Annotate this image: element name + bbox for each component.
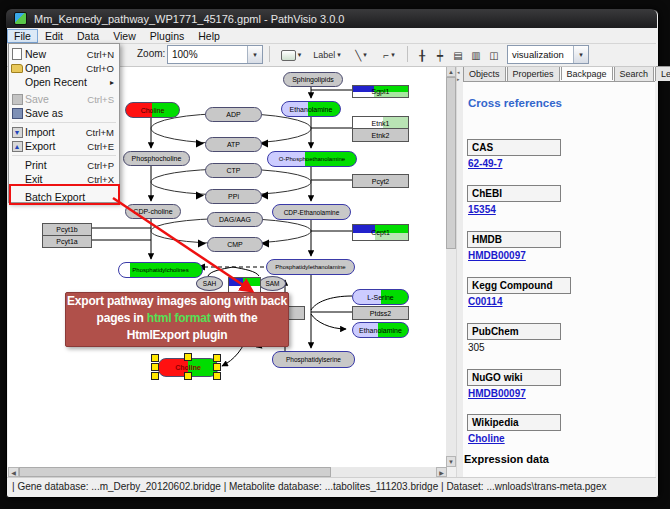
stack-button[interactable]: ◫	[485, 45, 503, 65]
file-menu-print[interactable]: PrintCtrl+P	[9, 158, 119, 172]
callout-line3: HtmlExport plugin	[66, 327, 288, 344]
node-pcyt1a[interactable]: Pcyt1a	[42, 235, 92, 248]
menu-edit[interactable]: Edit	[38, 29, 70, 43]
file-menu-new[interactable]: NewCtrl+N	[9, 47, 119, 61]
node-sgpl1[interactable]: Sgpl1	[352, 85, 409, 98]
zoom-combobox[interactable]: 100% ▾	[167, 45, 263, 64]
selection-handle[interactable]	[213, 363, 221, 371]
menu-data[interactable]: Data	[70, 29, 106, 43]
xref-link-wikipedia[interactable]: Choline	[468, 433, 505, 444]
app-icon	[14, 12, 27, 25]
distribute-v-button[interactable]: ▥	[467, 45, 485, 65]
connector-dropdown-icon[interactable]: ▾	[391, 51, 395, 59]
selection-handle[interactable]	[184, 353, 192, 361]
node-pcyt2[interactable]: Pcyt2	[352, 174, 409, 188]
xref-link-cas[interactable]: 62-49-7	[468, 158, 502, 169]
horizontal-scroll-thumb[interactable]	[19, 467, 331, 477]
visualization-value: visualization	[508, 49, 573, 60]
tab-objects[interactable]: Objects	[463, 66, 506, 81]
node-l-serine[interactable]: L-Serine	[352, 289, 409, 305]
selection-handle[interactable]	[213, 354, 221, 362]
node-ethanolamine-bottom[interactable]: Ethanolamine	[352, 322, 409, 338]
selection-handle[interactable]	[151, 372, 159, 380]
splitter-collapse-icon[interactable]: ◂	[457, 69, 460, 75]
xref-section-cas: CAS	[467, 139, 561, 156]
menu-help[interactable]: Help	[191, 29, 227, 43]
datanode-dropdown-icon[interactable]: ▾	[298, 51, 302, 59]
menu-file[interactable]: File	[7, 29, 38, 43]
node-choline-top[interactable]: Choline	[125, 102, 180, 118]
xref-section-hmdb: HMDB	[467, 231, 561, 248]
selection-handle[interactable]	[184, 372, 192, 380]
selection-handle[interactable]	[213, 372, 221, 380]
xref-link-nugo[interactable]: HMDB00097	[468, 388, 526, 399]
node-ppi[interactable]: PPi	[205, 189, 262, 204]
node-phosphatidylcholines[interactable]: Phosphatidylcholines	[118, 262, 203, 278]
callout-highlight: html format	[147, 311, 211, 325]
file-menu-open-recent[interactable]: Open Recent▸	[9, 75, 119, 89]
node-sam[interactable]: SAM	[259, 276, 286, 291]
scroll-left-icon[interactable]: ◀	[8, 467, 19, 477]
connector-tool-button[interactable]: ⌐ ▾	[375, 45, 403, 65]
node-phosphatidylethanolamine[interactable]: Phosphatidylethanolamine	[266, 259, 355, 275]
line-dropdown-icon[interactable]: ▾	[363, 51, 367, 59]
file-menu-dropdown: NewCtrl+N OpenCtrl+O Open Recent▸ SaveCt…	[8, 43, 120, 203]
node-cmp[interactable]: CMP	[207, 237, 263, 252]
node-sah[interactable]: SAH	[196, 276, 223, 291]
vertical-scroll-thumb[interactable]	[446, 77, 456, 249]
menu-plugins[interactable]: Plugins	[143, 29, 191, 43]
node-cept1[interactable]: Cept1	[352, 224, 409, 241]
vertical-scrollbar[interactable]: ▲ ▼	[446, 66, 456, 467]
visualization-combobox[interactable]: visualization ▾	[507, 45, 589, 64]
file-menu-save-as[interactable]: Save as	[9, 106, 119, 120]
file-menu-export[interactable]: ▲ ExportCtrl+E	[9, 139, 119, 153]
node-ethanolamine-top[interactable]: Ethanolamine	[281, 101, 341, 117]
visualization-dropdown-icon[interactable]: ▾	[573, 46, 588, 63]
callout-line2: pages in html format with the	[66, 310, 288, 327]
scroll-right-icon[interactable]: ▶	[436, 467, 447, 477]
node-phosphatidylserine[interactable]: Phosphatidylserine	[272, 351, 355, 368]
scroll-up-icon[interactable]: ▲	[446, 66, 456, 77]
horizontal-scrollbar[interactable]: ◀ ▶	[8, 467, 446, 477]
tab-backpage[interactable]: Backpage	[561, 65, 613, 80]
annotation-callout: Export pathway images along with back pa…	[65, 292, 289, 347]
node-o-phosphoethanolamine[interactable]: O-Phosphoethanolamine	[267, 151, 357, 167]
line-tool-button[interactable]: ╲ ▾	[347, 45, 375, 65]
node-ptdss2[interactable]: Ptdss2	[352, 306, 409, 320]
node-dag-aag[interactable]: DAG/AAG	[207, 212, 263, 227]
connector-tool-icon: ⌐	[383, 50, 389, 61]
file-menu-import[interactable]: ▼ ImportCtrl+M	[9, 125, 119, 139]
distribute-h-button[interactable]: ▤	[449, 45, 467, 65]
file-menu-save[interactable]: SaveCtrl+S	[9, 92, 119, 106]
node-ctp[interactable]: CTP	[205, 163, 262, 178]
file-menu-open[interactable]: OpenCtrl+O	[9, 61, 119, 75]
tab-search[interactable]: Search	[614, 66, 655, 81]
node-adp[interactable]: ADP	[205, 107, 262, 122]
tab-properties[interactable]: Properties	[507, 66, 560, 81]
title-bar[interactable]: Mm_Kennedy_pathway_WP1771_45176.gpml - P…	[6, 9, 657, 28]
align-center-y-button[interactable]: ┿	[431, 45, 449, 65]
node-atp[interactable]: ATP	[205, 137, 262, 152]
xref-link-chebi[interactable]: 15354	[468, 204, 496, 215]
tab-legend[interactable]: Legend	[655, 66, 670, 81]
node-etnk2[interactable]: Etnk2	[352, 128, 409, 142]
label-tool-button[interactable]: Label ▾	[307, 45, 347, 65]
node-phosphocholine[interactable]: Phosphocholine	[123, 151, 190, 166]
splitter-expand-icon[interactable]: ▸	[457, 76, 460, 82]
label-dropdown-icon[interactable]: ▾	[337, 51, 341, 59]
selection-handle[interactable]	[151, 354, 159, 362]
node-cdp-choline[interactable]: CDP-choline	[125, 204, 181, 219]
scroll-down-icon[interactable]: ▼	[446, 456, 456, 467]
panel-splitter[interactable]: ◂ ▸	[456, 66, 463, 477]
align-center-x-button[interactable]: ╂	[413, 45, 431, 65]
zoom-dropdown-icon[interactable]: ▾	[247, 46, 262, 63]
selection-handle[interactable]	[151, 363, 159, 371]
node-cdp-ethanolamine[interactable]: CDP-Ethanolamine	[272, 204, 351, 220]
datanode-tool-button[interactable]: ▾	[275, 45, 307, 65]
node-sphingolipids[interactable]: Sphingolipids	[283, 72, 343, 87]
open-folder-icon	[9, 64, 25, 73]
menu-view[interactable]: View	[106, 29, 143, 43]
submenu-arrow-icon: ▸	[110, 78, 114, 87]
xref-link-hmdb[interactable]: HMDB00097	[468, 250, 526, 261]
xref-link-kegg[interactable]: C00114	[468, 296, 502, 307]
